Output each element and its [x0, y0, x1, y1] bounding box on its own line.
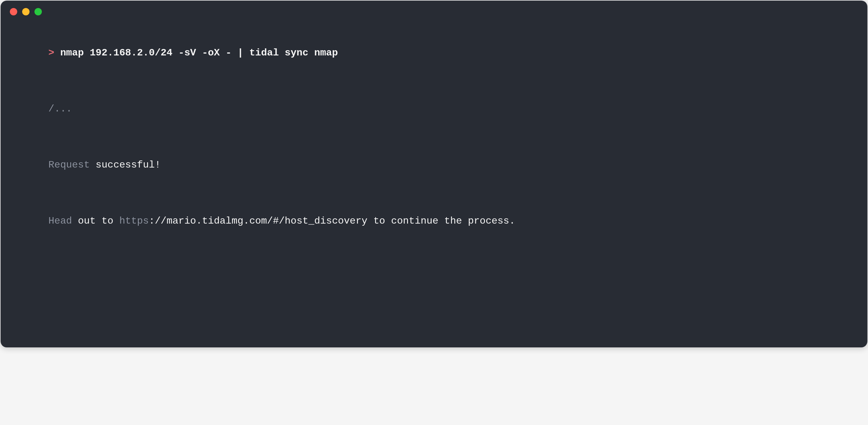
- follow-url-rest: ://mario.tidalmg.com/#/host_discovery to…: [149, 215, 516, 227]
- title-bar: [1, 1, 867, 16]
- output-status: Request successful!: [13, 143, 855, 187]
- prompt-symbol: >: [48, 47, 54, 58]
- minimize-icon[interactable]: [22, 8, 30, 16]
- output-ellipsis: /...: [13, 87, 855, 131]
- maximize-icon[interactable]: [34, 8, 42, 16]
- follow-head: Head: [48, 215, 72, 227]
- follow-scheme: https: [119, 215, 149, 227]
- close-icon[interactable]: [10, 8, 17, 16]
- follow-mid1: out to: [72, 215, 119, 227]
- ellipsis-text: /...: [48, 103, 72, 115]
- status-word: Request: [48, 159, 90, 171]
- status-rest: successful!: [90, 159, 161, 171]
- command-line: > nmap 192.168.2.0/24 -sV -oX - | tidal …: [13, 31, 855, 75]
- command-text: nmap 192.168.2.0/24 -sV -oX - | tidal sy…: [60, 47, 338, 58]
- terminal-window: > nmap 192.168.2.0/24 -sV -oX - | tidal …: [1, 1, 867, 347]
- output-followup: Head out to https://mario.tidalmg.com/#/…: [13, 199, 855, 243]
- terminal-body[interactable]: > nmap 192.168.2.0/24 -sV -oX - | tidal …: [1, 16, 867, 347]
